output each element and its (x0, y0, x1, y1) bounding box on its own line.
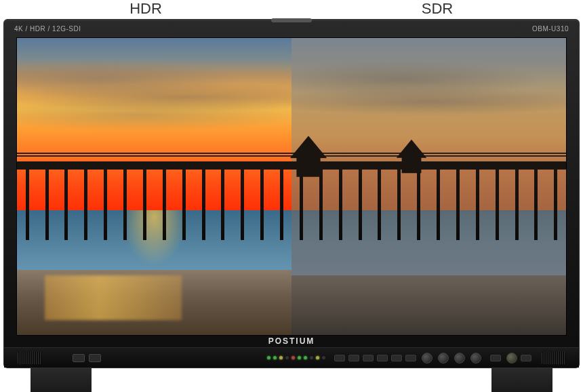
status-led (310, 356, 313, 359)
hdr-label: HDR (0, 0, 292, 19)
aperture-knob[interactable] (454, 353, 465, 364)
spec-label: 4K / HDR / 12G-SDI (14, 25, 81, 33)
status-led (316, 356, 319, 359)
control-panel (4, 347, 579, 368)
status-led (298, 356, 301, 359)
stand-leg (491, 368, 552, 392)
sd-slot[interactable] (89, 354, 101, 362)
status-led (273, 356, 277, 359)
sensor-notch (271, 18, 312, 22)
speaker-left (18, 352, 41, 364)
monitor-screen (16, 37, 567, 336)
monitor-frame: 4K / HDR / 12G-SDI OBM-U310 (3, 19, 580, 368)
speaker-right (542, 352, 565, 364)
status-led (322, 356, 325, 359)
comparison-scene (17, 38, 566, 335)
status-led (285, 356, 289, 359)
control-button[interactable] (377, 355, 388, 361)
status-led (292, 356, 295, 359)
power-button[interactable] (521, 355, 531, 361)
model-label: OBM-U310 (532, 25, 569, 33)
stand-leg (31, 368, 92, 392)
control-button[interactable] (391, 355, 402, 361)
status-led (304, 356, 307, 359)
contrast-knob[interactable] (422, 353, 433, 364)
chroma-knob[interactable] (438, 353, 449, 364)
menu-button[interactable] (490, 355, 501, 361)
bright-knob[interactable] (470, 353, 481, 364)
control-button[interactable] (405, 355, 416, 361)
control-button[interactable] (348, 355, 359, 361)
select-volume-knob[interactable] (506, 353, 517, 364)
usb-port[interactable] (73, 354, 85, 362)
hdr-half (17, 38, 292, 335)
control-button[interactable] (363, 355, 374, 361)
control-button[interactable] (334, 355, 345, 361)
brand-label: POSTIUM (268, 336, 315, 346)
status-led (267, 356, 270, 359)
comparison-labels: HDR SDR (0, 0, 583, 19)
sdr-label: SDR (292, 0, 583, 19)
sdr-half (292, 38, 566, 335)
status-led (279, 356, 283, 359)
led-indicators (264, 356, 325, 359)
